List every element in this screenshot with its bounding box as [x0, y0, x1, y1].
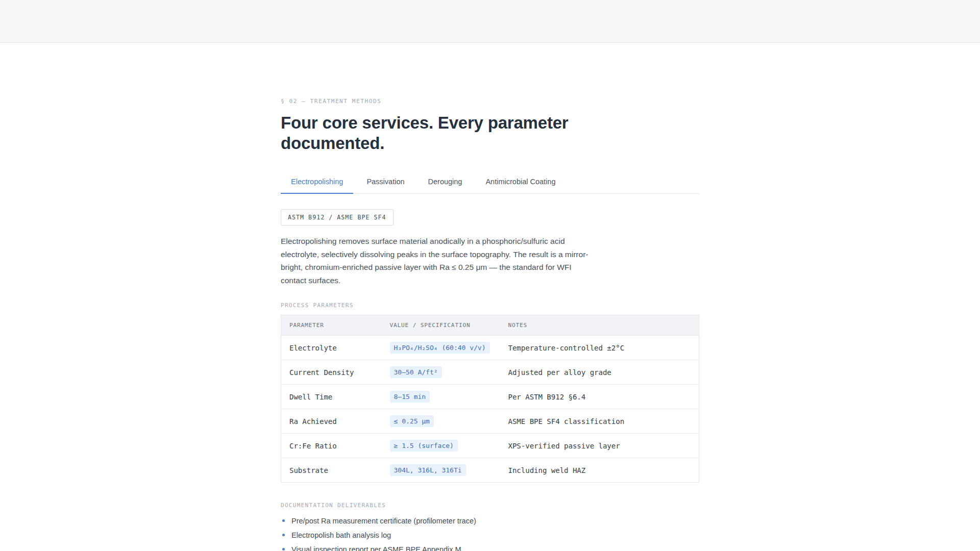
value-cell: 304L, 316L, 316Ti: [382, 458, 500, 483]
notes-cell: ASME BPE SF4 classification: [500, 409, 699, 434]
header-notes: NOTES: [500, 315, 699, 336]
value-cell: 8–15 min: [382, 385, 500, 409]
param-cell: Cr:Fe Ratio: [281, 434, 382, 458]
top-band: [0, 0, 980, 43]
bullet-dot-icon: [282, 534, 285, 536]
deliverables-list: Pre/post Ra measurement certificate (pro…: [281, 516, 699, 551]
service-tab-bar: Electropolishing Passivation Derouging A…: [281, 172, 699, 194]
tab-derouging[interactable]: Derouging: [418, 172, 473, 193]
table-row: Substrate 304L, 316L, 316Ti Including we…: [281, 458, 699, 483]
value-chip: ≤ 0.25 μm: [390, 415, 434, 427]
list-item-text: Pre/post Ra measurement certificate (pro…: [291, 517, 476, 525]
table-row: Current Density 30–50 A/ft² Adjusted per…: [281, 360, 699, 385]
value-chip: H₃PO₄/H₂SO₄ (60:40 v/v): [390, 342, 490, 354]
service-description: Electropolishing removes surface materia…: [281, 235, 589, 287]
notes-cell: Temperature-controlled ±2°C: [500, 336, 699, 360]
process-parameters-label: PROCESS PARAMETERS: [281, 302, 699, 309]
table-row: Electrolyte H₃PO₄/H₂SO₄ (60:40 v/v) Temp…: [281, 336, 699, 360]
param-cell: Dwell Time: [281, 385, 382, 409]
treatment-methods-section: § 02 — TREATMENT METHODS Four core servi…: [281, 43, 699, 551]
notes-cell: Adjusted per alloy grade: [500, 360, 699, 385]
list-item-text: Electropolish bath analysis log: [291, 531, 391, 539]
tab-passivation[interactable]: Passivation: [356, 172, 414, 193]
param-cell: Current Density: [281, 360, 382, 385]
value-cell: ≥ 1.5 (surface): [382, 434, 500, 458]
notes-cell: Per ASTM B912 §6.4: [500, 385, 699, 409]
process-parameters-table: PARAMETER VALUE / SPECIFICATION NOTES El…: [281, 315, 699, 483]
list-item: Electropolish bath analysis log: [281, 530, 699, 540]
table-row: Dwell Time 8–15 min Per ASTM B912 §6.4: [281, 385, 699, 409]
param-cell: Substrate: [281, 458, 382, 483]
list-item-text: Visual inspection report per ASME BPE Ap…: [291, 545, 461, 551]
value-chip: 30–50 A/ft²: [390, 366, 442, 378]
section-eyebrow: § 02 — TREATMENT METHODS: [281, 98, 699, 105]
value-cell: 30–50 A/ft²: [382, 360, 500, 385]
bullet-dot-icon: [282, 548, 285, 550]
tab-electropolishing[interactable]: Electropolishing: [281, 172, 353, 193]
value-cell: H₃PO₄/H₂SO₄ (60:40 v/v): [382, 336, 500, 360]
tab-antimicrobial-coating[interactable]: Antimicrobial Coating: [475, 172, 566, 193]
param-cell: Ra Achieved: [281, 409, 382, 434]
list-item: Visual inspection report per ASME BPE Ap…: [281, 544, 699, 551]
value-chip: 8–15 min: [390, 391, 430, 403]
value-chip: ≥ 1.5 (surface): [390, 440, 458, 452]
value-chip: 304L, 316L, 316Ti: [390, 464, 466, 476]
param-cell: Electrolyte: [281, 336, 382, 360]
header-parameter: PARAMETER: [281, 315, 382, 336]
header-value-specification: VALUE / SPECIFICATION: [382, 315, 500, 336]
list-item: Pre/post Ra measurement certificate (pro…: [281, 516, 699, 526]
value-cell: ≤ 0.25 μm: [382, 409, 500, 434]
standard-badge: ASTM B912 / ASME BPE SF4: [281, 209, 394, 226]
section-title: Four core services. Every parameter docu…: [281, 113, 597, 153]
table-row: Ra Achieved ≤ 0.25 μm ASME BPE SF4 class…: [281, 409, 699, 434]
bullet-dot-icon: [282, 519, 285, 522]
notes-cell: Including weld HAZ: [500, 458, 699, 483]
notes-cell: XPS-verified passive layer: [500, 434, 699, 458]
table-header-row: PARAMETER VALUE / SPECIFICATION NOTES: [281, 315, 699, 336]
table-row: Cr:Fe Ratio ≥ 1.5 (surface) XPS-verified…: [281, 434, 699, 458]
documentation-deliverables-label: DOCUMENTATION DELIVERABLES: [281, 502, 699, 509]
